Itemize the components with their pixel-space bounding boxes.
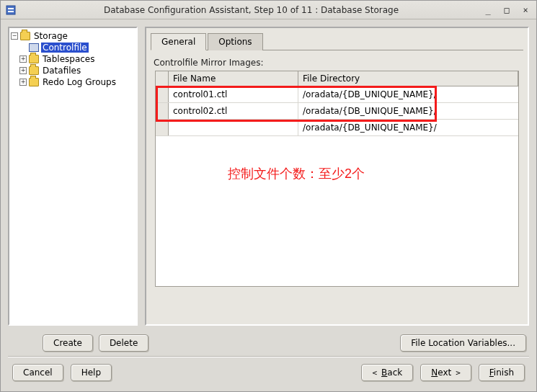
section-label: Controlfile Mirror Images:: [154, 58, 520, 68]
row-header-blank: [156, 71, 169, 86]
col-header-file-name[interactable]: File Name: [169, 71, 298, 86]
chevron-left-icon: <: [372, 368, 377, 378]
window-title: Database Configuration Assistant, Step 1…: [21, 5, 481, 15]
tree-item-label: Redo Log Groups: [41, 77, 117, 87]
controlfile-table: File Name File Directory control01.ctl /…: [155, 71, 519, 287]
file-location-variables-button[interactable]: File Location Variables...: [400, 334, 526, 352]
table-row[interactable]: control02.ctl /oradata/{DB_UNIQUE_NAME}/: [156, 103, 518, 120]
close-button[interactable]: ×: [519, 4, 532, 16]
tree-item-controlfile[interactable]: Controlfile: [19, 43, 135, 53]
row-gutter: [156, 120, 169, 135]
finish-button[interactable]: Finish: [479, 364, 525, 381]
storage-tree[interactable]: − Storage Controlfile + Tablespaces + Da…: [8, 27, 138, 326]
tree-root-storage[interactable]: − Storage: [11, 31, 135, 41]
cancel-button[interactable]: Cancel: [12, 364, 63, 381]
delete-button[interactable]: Delete: [99, 334, 148, 352]
create-button[interactable]: Create: [43, 334, 93, 352]
app-window: Database Configuration Assistant, Step 1…: [0, 0, 537, 392]
svg-rect-2: [8, 11, 14, 12]
folder-icon: [29, 66, 39, 75]
tree-root-label: Storage: [32, 31, 69, 41]
expand-icon[interactable]: +: [19, 55, 27, 63]
tree-item-label: Tablespaces: [41, 54, 97, 64]
tree-item-datafiles[interactable]: + Datafiles: [19, 66, 135, 76]
table-header: File Name File Directory: [156, 71, 518, 86]
tab-options[interactable]: Options: [208, 33, 262, 50]
svg-rect-1: [8, 8, 14, 9]
cell-file-name[interactable]: control02.ctl: [169, 103, 298, 119]
chevron-right-icon: >: [456, 368, 461, 378]
back-button[interactable]: < Back: [361, 364, 413, 381]
titlebar: Database Configuration Assistant, Step 1…: [1, 1, 536, 19]
col-header-file-directory[interactable]: File Directory: [298, 71, 518, 86]
app-icon: [5, 4, 17, 16]
minimize-button[interactable]: _: [481, 4, 494, 16]
expand-icon[interactable]: +: [19, 67, 27, 74]
help-button[interactable]: Help: [71, 364, 112, 381]
tree-item-label: Controlfile: [41, 43, 89, 53]
table-row[interactable]: control01.ctl /oradata/{DB_UNIQUE_NAME}/: [156, 86, 518, 103]
tree-item-label: Datafiles: [41, 66, 82, 76]
tabs: General Options: [151, 32, 523, 50]
collapse-icon[interactable]: −: [11, 32, 18, 40]
maximize-button[interactable]: □: [500, 4, 513, 16]
folder-icon: [29, 55, 39, 63]
controlfile-icon: [29, 43, 39, 52]
svg-rect-0: [6, 6, 15, 14]
tree-item-tablespaces[interactable]: + Tablespaces: [19, 54, 135, 64]
folder-icon: [29, 78, 39, 86]
cell-file-directory[interactable]: /oradata/{DB_UNIQUE_NAME}/: [298, 120, 518, 135]
cell-file-directory[interactable]: /oradata/{DB_UNIQUE_NAME}/: [298, 103, 518, 119]
cell-file-directory[interactable]: /oradata/{DB_UNIQUE_NAME}/: [298, 86, 518, 102]
folder-open-icon: [20, 32, 30, 40]
wizard-footer: Cancel Help < Back Next > Finish: [1, 357, 536, 391]
panel-buttons: Create Delete File Location Variables...: [1, 329, 536, 356]
cell-file-name[interactable]: [169, 120, 298, 135]
main-panel: General Options Controlfile Mirror Image…: [145, 27, 529, 326]
tab-general[interactable]: General: [151, 33, 206, 50]
next-button[interactable]: Next >: [420, 364, 471, 381]
row-gutter: [156, 86, 169, 102]
content-area: − Storage Controlfile + Tablespaces + Da…: [1, 19, 536, 329]
tree-item-redo-log-groups[interactable]: + Redo Log Groups: [19, 77, 135, 87]
table-row[interactable]: /oradata/{DB_UNIQUE_NAME}/: [156, 120, 518, 136]
expand-icon[interactable]: +: [19, 79, 27, 86]
cell-file-name[interactable]: control01.ctl: [169, 86, 298, 102]
window-controls: _ □ ×: [481, 4, 532, 16]
annotation-text: 控制文件个数：至少2个: [228, 165, 365, 182]
row-gutter: [156, 103, 169, 119]
